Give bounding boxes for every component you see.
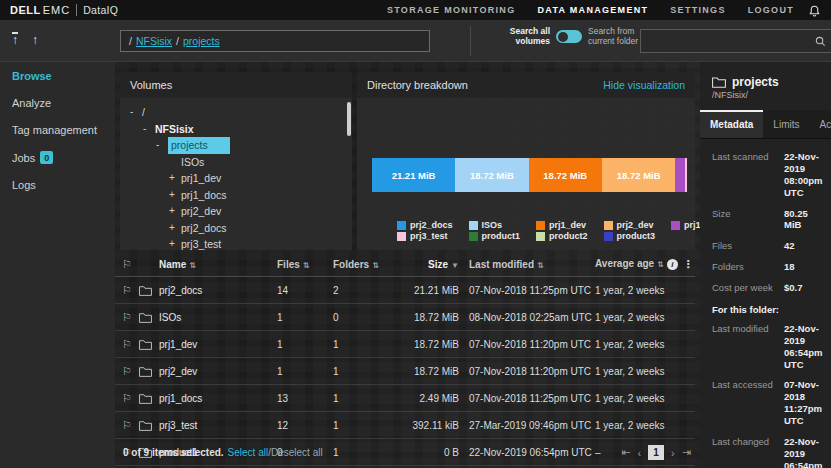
volumes-panel: Volumes - / - NFSisix - projects bbox=[120, 72, 352, 250]
table-row[interactable]: ⚐ prj3_test 12 1 392.11 kiB 27-Mar-2019 … bbox=[115, 412, 695, 439]
legend-item[interactable]: product2 bbox=[536, 231, 588, 241]
sidebar-item[interactable]: Logs bbox=[0, 171, 115, 198]
legend-item[interactable]: product3 bbox=[604, 231, 656, 241]
row-flag-icon[interactable]: ⚐ bbox=[115, 284, 139, 297]
nav-item[interactable]: LOGOUT bbox=[748, 5, 794, 15]
tree-expander[interactable]: + bbox=[169, 170, 181, 187]
tree-item[interactable]: - / bbox=[120, 104, 352, 121]
search-input[interactable] bbox=[641, 36, 815, 47]
tree-expander[interactable]: - bbox=[143, 121, 155, 138]
page-number[interactable]: 1 bbox=[648, 445, 664, 460]
flag-column-icon[interactable]: ⚐ bbox=[115, 258, 139, 271]
tree-expander[interactable]: + bbox=[169, 203, 181, 220]
row-name[interactable]: prj2_docs bbox=[159, 285, 277, 296]
sort-desc-icon[interactable]: ▼ bbox=[451, 261, 459, 270]
bar-segment[interactable]: 18.72 MiB bbox=[602, 158, 675, 192]
row-average-age: 1 year, 2 weeks bbox=[595, 366, 681, 377]
first-page-icon[interactable]: ⇤ bbox=[621, 446, 630, 459]
table-row[interactable]: ⚐ prj1_docs 13 1 2.49 MiB 07-Nov-2018 11… bbox=[115, 385, 695, 412]
row-flag-icon[interactable]: ⚐ bbox=[115, 311, 139, 324]
tree-expander[interactable]: - bbox=[156, 137, 168, 154]
tree-item[interactable]: + prj1_docs bbox=[120, 187, 352, 204]
row-flag-icon[interactable]: ⚐ bbox=[115, 419, 139, 432]
details-tab[interactable]: Actions bbox=[809, 110, 831, 138]
bar-segment[interactable]: 18.72 MiB bbox=[529, 158, 602, 192]
hide-visualization-link[interactable]: Hide visualization bbox=[603, 79, 685, 91]
up-one-level-icon[interactable]: ↑ bbox=[32, 31, 38, 49]
legend-item[interactable]: prj1_docs bbox=[671, 220, 700, 230]
last-page-icon[interactable]: ⇥ bbox=[682, 446, 691, 459]
nav-item[interactable]: DATA MANAGEMENT bbox=[537, 5, 648, 15]
tree-item-label: prj1_docs bbox=[181, 187, 227, 204]
volumes-scrollbar[interactable] bbox=[347, 102, 351, 136]
bar-segment[interactable] bbox=[685, 158, 687, 192]
row-name[interactable]: prj3_test bbox=[159, 420, 277, 431]
table-row[interactable]: ⚐ prj2_dev 1 1 18.72 MiB 07-Nov-2018 11:… bbox=[115, 358, 695, 385]
tree-expander[interactable]: - bbox=[130, 104, 142, 121]
tree-item[interactable]: + prj2_dev bbox=[120, 203, 352, 220]
tree-item[interactable]: - projects bbox=[120, 137, 352, 154]
deselect-all-link[interactable]: Deselect all bbox=[271, 447, 323, 458]
table-menu-kebab-icon[interactable]: ⋮ bbox=[681, 258, 695, 271]
row-name[interactable]: prj1_dev bbox=[159, 339, 277, 350]
details-tab[interactable]: Limits bbox=[763, 110, 809, 138]
search-icon[interactable] bbox=[815, 36, 826, 47]
column-header-files[interactable]: Files⇅ bbox=[277, 259, 333, 270]
bar-segment[interactable] bbox=[675, 158, 685, 192]
row-name[interactable]: prj1_docs bbox=[159, 393, 277, 404]
legend-item[interactable]: prj2_dev bbox=[604, 220, 656, 230]
row-name[interactable]: prj2_dev bbox=[159, 366, 277, 377]
row-flag-icon[interactable]: ⚐ bbox=[115, 365, 139, 378]
next-page-icon[interactable]: › bbox=[671, 447, 675, 459]
bar-segment[interactable]: 18.72 MiB bbox=[455, 158, 528, 192]
sort-icon[interactable]: ⇅ bbox=[537, 261, 544, 270]
legend-label: product2 bbox=[549, 231, 588, 241]
legend-item[interactable]: prj1_dev bbox=[536, 220, 588, 230]
search-scope-toggle[interactable] bbox=[556, 30, 582, 43]
sort-icon[interactable]: ⇅ bbox=[657, 260, 664, 269]
notifications-bell-icon[interactable] bbox=[808, 3, 821, 17]
column-header-average-age[interactable]: Average age⇅i bbox=[595, 258, 681, 270]
select-all-link[interactable]: Select all bbox=[228, 447, 269, 458]
column-header-last-modified[interactable]: Last modified⇅ bbox=[469, 259, 595, 270]
sort-icon[interactable]: ⇅ bbox=[189, 261, 196, 270]
breadcrumb-folder-link[interactable]: projects bbox=[183, 35, 220, 47]
tree-item[interactable]: + prj3_test bbox=[120, 236, 352, 250]
details-tab[interactable]: Metadata bbox=[700, 110, 763, 138]
legend-item[interactable]: product1 bbox=[469, 231, 521, 241]
sort-icon[interactable]: ⇅ bbox=[303, 261, 310, 270]
row-flag-icon[interactable]: ⚐ bbox=[115, 392, 139, 405]
bar-segment[interactable]: 21.21 MiB bbox=[372, 158, 455, 192]
tree-item[interactable]: ISOs bbox=[120, 154, 352, 171]
sidebar-item[interactable]: Jobs 0 bbox=[0, 143, 115, 171]
sidebar-item[interactable]: Browse bbox=[0, 62, 115, 89]
legend-swatch bbox=[469, 232, 478, 241]
table-row[interactable]: ⚐ prj2_docs 14 2 21.21 MiB 07-Nov-2018 1… bbox=[115, 277, 695, 304]
sort-icon[interactable]: ⇅ bbox=[372, 261, 379, 270]
sidebar-item[interactable]: Tag management bbox=[0, 116, 115, 143]
info-icon[interactable]: i bbox=[667, 259, 678, 270]
column-header-size[interactable]: Size▼ bbox=[389, 259, 469, 270]
go-to-top-icon[interactable]: ↑ bbox=[12, 31, 18, 49]
column-header-name[interactable]: Name⇅ bbox=[159, 259, 277, 270]
legend-item[interactable]: prj2_docs bbox=[397, 220, 453, 230]
tree-expander[interactable]: + bbox=[169, 236, 181, 250]
row-flag-icon[interactable]: ⚐ bbox=[115, 338, 139, 351]
tree-item[interactable]: + prj1_dev bbox=[120, 170, 352, 187]
sidebar-item[interactable]: Analyze bbox=[0, 89, 115, 116]
column-header-folders[interactable]: Folders⇅ bbox=[333, 259, 389, 270]
tree-item[interactable]: - NFSisix bbox=[120, 121, 352, 138]
row-name[interactable]: ISOs bbox=[159, 312, 277, 323]
table-row[interactable]: ⚐ ISOs 1 0 18.72 MiB 08-Nov-2018 02:25am… bbox=[115, 304, 695, 331]
metadata-label: Last changed bbox=[712, 436, 778, 468]
nav-item[interactable]: STORAGE MONITORING bbox=[387, 5, 516, 15]
breadcrumb-volume-link[interactable]: NFSisix bbox=[136, 35, 172, 47]
tree-expander[interactable]: + bbox=[169, 220, 181, 237]
table-row[interactable]: ⚐ prj1_dev 1 1 18.72 MiB 07-Nov-2018 11:… bbox=[115, 331, 695, 358]
tree-expander[interactable]: + bbox=[169, 187, 181, 204]
previous-page-icon[interactable]: ‹ bbox=[637, 447, 641, 459]
nav-item[interactable]: SETTINGS bbox=[670, 5, 725, 15]
legend-item[interactable]: ISOs bbox=[469, 220, 521, 230]
tree-item[interactable]: + prj2_docs bbox=[120, 220, 352, 237]
legend-item[interactable]: prj3_test bbox=[397, 231, 453, 241]
